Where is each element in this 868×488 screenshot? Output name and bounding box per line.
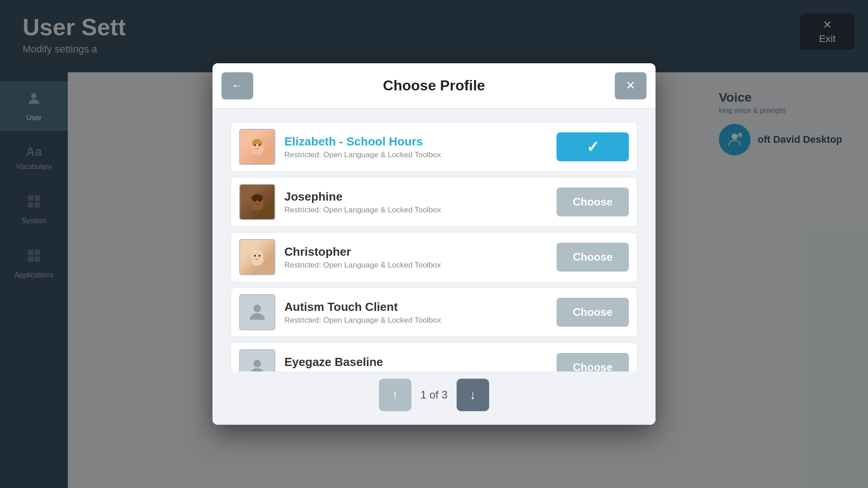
back-button[interactable]: ← xyxy=(222,72,253,99)
choose-button-elizabeth[interactable]: ✓ xyxy=(557,132,629,161)
svg-point-24 xyxy=(254,255,256,257)
modal-footer: ↑ 1 of 3 ↓ xyxy=(212,371,656,425)
avatar-eyegaze xyxy=(239,349,275,371)
choose-button-josephine[interactable]: Choose xyxy=(557,188,629,216)
profile-row-josephine: Josephine Restricted: Open Language & Lo… xyxy=(231,177,637,227)
choose-label-autism-touch: Choose xyxy=(573,306,613,319)
close-icon: ✕ xyxy=(626,79,636,93)
choose-profile-modal: ← Choose Profile ✕ xyxy=(212,63,656,425)
choose-button-eyegaze[interactable]: Choose xyxy=(557,353,629,371)
profile-info-elizabeth: Elizabeth - School Hours Restricted: Ope… xyxy=(284,135,547,160)
svg-point-26 xyxy=(254,305,261,312)
svg-point-20 xyxy=(254,200,256,202)
svg-point-27 xyxy=(254,360,261,367)
back-icon: ← xyxy=(231,79,243,93)
profile-row-autism-touch: Autism Touch Client Restricted: Open Lan… xyxy=(231,287,637,337)
avatar-autism-touch xyxy=(239,294,275,330)
page-down-button[interactable]: ↓ xyxy=(457,379,489,411)
profile-desc-josephine: Restricted: Open Language & Locked Toolb… xyxy=(284,206,547,215)
profile-name-eyegaze: Eyegaze Baseline xyxy=(284,355,547,369)
page-up-button[interactable]: ↑ xyxy=(379,379,411,411)
profile-row-elizabeth: Elizabeth - School Hours Restricted: Ope… xyxy=(231,122,637,172)
modal-header: ← Choose Profile ✕ xyxy=(212,63,656,108)
avatar-elizabeth xyxy=(239,129,275,165)
choose-label-josephine: Choose xyxy=(573,196,613,208)
close-button[interactable]: ✕ xyxy=(615,72,646,99)
profile-info-josephine: Josephine Restricted: Open Language & Lo… xyxy=(284,190,547,215)
modal-body: Elizabeth - School Hours Restricted: Ope… xyxy=(212,108,656,371)
svg-point-21 xyxy=(259,200,260,202)
profile-desc-christopher: Restricted: Open Language & Locked Toolb… xyxy=(284,261,547,270)
profile-name-elizabeth: Elizabeth - School Hours xyxy=(284,135,547,149)
profile-row-christopher: Christopher Restricted: Open Language & … xyxy=(231,232,637,282)
choose-button-christopher[interactable]: Choose xyxy=(557,243,629,272)
svg-point-25 xyxy=(259,255,260,257)
profile-info-autism-touch: Autism Touch Client Restricted: Open Lan… xyxy=(284,300,547,325)
profile-name-autism-touch: Autism Touch Client xyxy=(284,300,547,314)
profile-name-josephine: Josephine xyxy=(284,190,547,204)
selected-checkmark: ✓ xyxy=(586,138,599,156)
profile-name-christopher: Christopher xyxy=(284,245,547,259)
svg-point-14 xyxy=(251,144,264,155)
pagination-info: 1 of 3 xyxy=(420,389,448,401)
profile-desc-elizabeth: Restricted: Open Language & Locked Toolb… xyxy=(284,150,547,160)
svg-point-16 xyxy=(259,144,260,146)
avatar-josephine xyxy=(239,184,275,220)
svg-point-19 xyxy=(251,200,264,211)
profile-row-eyegaze: Eyegaze Baseline Restricted: Open Langua… xyxy=(231,343,637,371)
choose-button-autism-touch[interactable]: Choose xyxy=(557,298,629,327)
profile-info-eyegaze: Eyegaze Baseline Restricted: Open Langua… xyxy=(284,355,547,372)
modal-overlay: ← Choose Profile ✕ xyxy=(0,0,868,488)
svg-point-23 xyxy=(251,255,264,266)
choose-label-christopher: Choose xyxy=(573,251,613,263)
modal-title: Choose Profile xyxy=(383,77,485,94)
choose-label-eyegaze: Choose xyxy=(573,361,613,371)
down-arrow-icon: ↓ xyxy=(470,388,476,402)
avatar-christopher xyxy=(239,239,275,275)
profile-desc-autism-touch: Restricted: Open Language & Locked Toolb… xyxy=(284,316,547,325)
up-arrow-icon: ↑ xyxy=(392,388,398,402)
profile-info-christopher: Christopher Restricted: Open Language & … xyxy=(284,245,547,270)
svg-point-15 xyxy=(254,144,256,146)
